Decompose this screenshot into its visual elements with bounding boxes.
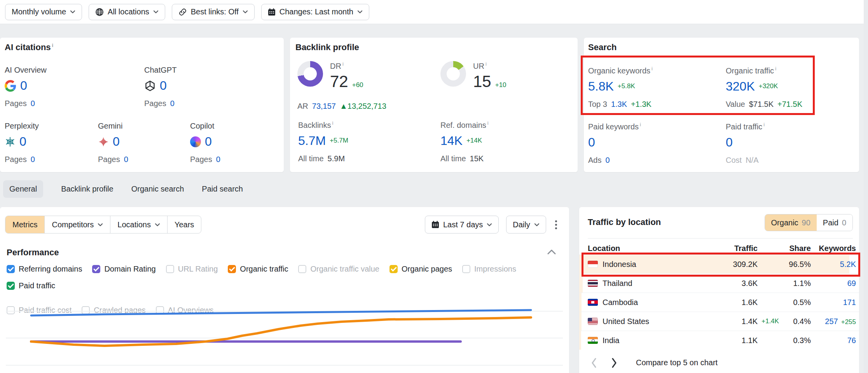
location-name: Thailand <box>603 279 632 288</box>
dr-delta: +60 <box>352 81 363 89</box>
organic-count: 90 <box>802 218 810 227</box>
checkbox-organic-traffic[interactable]: Organic traffic <box>228 265 288 274</box>
table-row-thailand[interactable]: Thailand 3.6K 1.1% 69 <box>579 274 859 293</box>
info-icon[interactable]: i <box>342 61 344 67</box>
tab-organic-search[interactable]: Organic search <box>131 185 184 193</box>
pages-count-link[interactable]: 0 <box>31 99 35 108</box>
ai-overview-label: AI Overview <box>5 66 96 75</box>
ref-domains-value[interactable]: 14K <box>440 134 463 148</box>
date-range-dropdown[interactable]: Last 7 days <box>425 216 499 234</box>
checkbox-url-rating[interactable]: URL Rating <box>166 265 218 274</box>
share-value: 1.1% <box>758 279 811 288</box>
info-icon[interactable]: i <box>775 66 776 71</box>
more-options-kebab-icon[interactable] <box>554 219 557 231</box>
info-icon[interactable]: i <box>763 122 765 127</box>
flag-cambodia-icon <box>588 299 598 306</box>
chart-range-controls: Last 7 days Daily <box>425 216 557 234</box>
checkbox-organic-pages[interactable]: Organic pages <box>389 265 452 274</box>
table-row-cambodia[interactable]: Cambodia 1.6K 0.5% 171 <box>579 293 859 312</box>
segment-competitors[interactable]: Competitors <box>44 216 110 233</box>
checkbox-domain-rating[interactable]: Domain Rating <box>92 265 155 274</box>
next-page-chevron-icon[interactable] <box>611 358 617 368</box>
checkbox-box[interactable] <box>462 265 470 273</box>
segment-locations[interactable]: Locations <box>110 216 167 233</box>
pages-count-link[interactable]: 0 <box>124 155 128 164</box>
checkbox-referring-domains[interactable]: Referring domains <box>7 265 82 274</box>
compare-top5-link[interactable]: Compare top 5 on chart <box>636 358 718 367</box>
keywords-count-link[interactable]: 5.2K <box>840 260 856 269</box>
organic-traffic-delta: +320K <box>759 82 778 90</box>
toggle-paid[interactable]: Paid0 <box>817 214 852 231</box>
granularity-label: Daily <box>513 220 530 229</box>
keywords-count-link[interactable]: 171 <box>843 298 856 307</box>
info-icon[interactable]: i <box>52 42 54 48</box>
toggle-organic[interactable]: Organic90 <box>765 214 817 231</box>
checkbox-box[interactable] <box>7 265 15 273</box>
backlink-profile-card: Backlink profile DRi 72 +60 AR 73,157 ▲1… <box>290 38 578 172</box>
checkbox-organic-traffic-value[interactable]: Organic traffic value <box>298 265 379 274</box>
search-card: Search Organic keywordsi 5.8K +5.8K Top … <box>584 38 859 172</box>
organic-traffic-value[interactable]: 320K <box>726 79 755 94</box>
traffic-value: 1.4K <box>742 317 758 326</box>
cost-value: N/A <box>746 156 758 165</box>
checkbox-box[interactable] <box>298 265 306 273</box>
table-row-indonesia[interactable]: Indonesia 309.2K 96.5% 5.2K <box>579 254 859 274</box>
locations-filter-dropdown[interactable]: All locations <box>89 4 165 20</box>
location-name: India <box>603 336 619 345</box>
scrollbar-gutter[interactable] <box>864 0 868 373</box>
info-icon[interactable]: i <box>487 120 489 126</box>
paid-keywords-label: Paid keywordsi <box>588 122 705 131</box>
checkbox-box[interactable] <box>166 265 174 273</box>
keywords-count-link[interactable]: 76 <box>847 336 856 345</box>
pages-count-link[interactable]: 0 <box>170 99 175 108</box>
checkbox-paid-traffic[interactable]: Paid traffic <box>7 281 55 290</box>
ar-delta: ▲13,252,713 <box>340 102 386 111</box>
pages-count-link[interactable]: 0 <box>31 155 35 164</box>
checkbox-box[interactable] <box>7 282 15 290</box>
info-icon[interactable]: i <box>651 66 653 71</box>
alltime-value: 5.9M <box>328 154 345 163</box>
table-row-india[interactable]: India 1.1K 0.3% 76 <box>579 331 859 350</box>
traffic-value: 1.1K <box>718 336 758 345</box>
top3-label: Top 3 <box>588 100 607 109</box>
ads-count-link[interactable]: 0 <box>605 156 610 165</box>
granularity-dropdown[interactable]: Daily <box>506 216 546 234</box>
tab-paid-search[interactable]: Paid search <box>202 185 243 193</box>
info-icon[interactable]: i <box>640 122 641 127</box>
paid-traffic-label: Paid traffici <box>726 122 842 131</box>
performance-section-title: Performance <box>7 248 59 258</box>
top3-delta: +1.3K <box>631 100 651 109</box>
pages-count-link[interactable]: 0 <box>216 155 220 164</box>
checkbox-box[interactable] <box>389 265 398 273</box>
collapse-section-chevron-up-icon[interactable] <box>547 249 556 254</box>
top3-value-link[interactable]: 1.3K <box>611 100 627 109</box>
changes-period-dropdown[interactable]: Changes: Last month <box>261 4 369 20</box>
ar-value-link[interactable]: 73,157 <box>312 102 336 111</box>
checkbox-impressions[interactable]: Impressions <box>462 265 516 274</box>
tab-general[interactable]: General <box>3 180 43 198</box>
openai-icon <box>144 80 156 92</box>
location-table-rows: Indonesia 309.2K 96.5% 5.2K Thailand 3.6… <box>579 254 859 350</box>
backlinks-metric: Backlinksi 5.7M +5.7M All time5.9M <box>298 120 415 163</box>
checkbox-box[interactable] <box>228 265 236 273</box>
segment-years[interactable]: Years <box>167 216 201 233</box>
cost-label: Cost <box>726 156 742 165</box>
info-icon[interactable]: i <box>486 61 487 67</box>
flag-india-icon <box>588 337 598 344</box>
pages-label: Pages <box>190 155 212 164</box>
table-row-united-states[interactable]: United States 1.4K+1.4K 0.4% 257+255 <box>579 312 859 331</box>
domain-rating-donut <box>297 61 323 87</box>
organic-keywords-value[interactable]: 5.8K <box>588 79 614 94</box>
copilot-label: Copilot <box>190 122 281 131</box>
monthly-volume-dropdown[interactable]: Monthly volume <box>5 4 82 20</box>
keywords-count-link[interactable]: 69 <box>847 279 856 288</box>
backlinks-value[interactable]: 5.7M <box>298 134 326 148</box>
checkbox-box[interactable] <box>92 265 100 273</box>
tab-backlink-profile[interactable]: Backlink profile <box>61 185 114 193</box>
previous-page-chevron-icon[interactable] <box>591 358 597 368</box>
keywords-count-link[interactable]: 257 <box>825 317 838 326</box>
segment-metrics[interactable]: Metrics <box>5 216 44 233</box>
info-icon[interactable]: i <box>332 120 333 126</box>
share-value: 0.5% <box>758 298 811 307</box>
best-links-dropdown[interactable]: Best links: Off <box>172 4 255 20</box>
